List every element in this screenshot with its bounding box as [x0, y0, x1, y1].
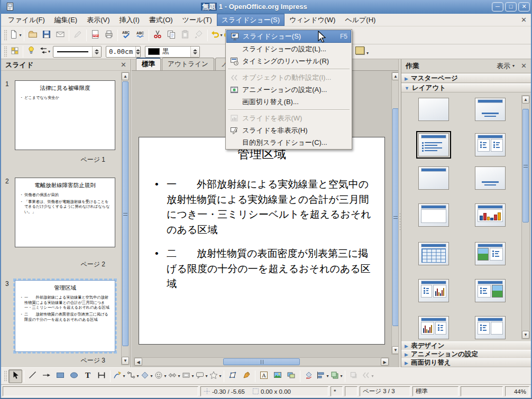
layout-thumbnail-title-slide[interactable] [475, 98, 506, 121]
chevron-down-icon[interactable]: ▾ [205, 374, 207, 378]
arrange-button[interactable]: ▾ [329, 369, 343, 383]
layout-thumbnail-title-text-chart[interactable] [418, 279, 449, 302]
menu-item[interactable]: 表示(V) [82, 14, 114, 26]
slides-scrollbar[interactable]: ▲ ▼ [121, 72, 130, 365]
line-color-select[interactable]: 黒 [145, 46, 200, 58]
paste-button[interactable] [178, 29, 192, 42]
text-frame-button[interactable] [95, 369, 108, 383]
layout-thumbnail-centered-text[interactable] [475, 166, 506, 190]
layout-thumbnail-title-text-object[interactable] [475, 316, 506, 339]
menu-item[interactable]: ヘルプ(H) [340, 14, 380, 26]
menu-item[interactable]: 目的別スライドショー(C)... [226, 136, 351, 149]
chevron-down-icon[interactable]: ▾ [48, 49, 50, 54]
line-style-select[interactable] [53, 46, 102, 58]
print-button[interactable] [102, 29, 116, 42]
line-color-spinner[interactable] [190, 47, 199, 57]
toolbar-grip[interactable] [4, 30, 7, 41]
toolbar-grip[interactable] [4, 46, 7, 58]
slide-thumbnail[interactable]: 管理区域一 外部放射線による実効線量と空気中の放射性物質による実効線量との合計が… [15, 280, 115, 352]
cut-button[interactable] [151, 29, 164, 42]
text-button[interactable]: T [81, 369, 95, 383]
table-grid-button[interactable] [8, 46, 21, 58]
section-slide-transition[interactable]: ▶画面切り替え [401, 358, 531, 367]
fill-color-button[interactable]: ▾ [355, 45, 369, 58]
rectangle-button[interactable] [53, 369, 67, 383]
layout-thumbnail-title-text-clipart[interactable] [475, 279, 506, 302]
edit-points-button[interactable] [226, 369, 240, 383]
menu-item[interactable]: スライドショー(S) [217, 14, 285, 26]
tasks-pane-close-icon[interactable]: ✕ [521, 62, 527, 70]
format-paintbrush-button[interactable] [192, 29, 206, 42]
undo-button[interactable]: ▾ [209, 29, 223, 42]
menu-item[interactable]: アニメーションの設定(A)... [226, 83, 351, 96]
alignment-button[interactable]: ▾ [316, 369, 329, 383]
chevron-down-icon[interactable]: ▾ [178, 374, 180, 378]
callouts-button[interactable]: ▾ [195, 369, 208, 383]
export-pdf-button[interactable]: PDF [88, 29, 102, 42]
view-menu-button[interactable]: 表示 ▾ [497, 61, 515, 71]
toolbar-grip[interactable] [4, 370, 7, 382]
layout-thumbnail-title-chart[interactable] [475, 203, 506, 227]
slide-body-text[interactable]: 一 外部放射線による実効線量と空気中の放射性物質による実効線量との合計が三月間に… [151, 177, 375, 292]
menu-item[interactable]: スライドを表示(W) [226, 112, 351, 124]
menu-item[interactable]: スライドを非表示(H) [226, 124, 351, 136]
layout-thumbnail-title-two-content[interactable] [475, 133, 506, 156]
new-document-button[interactable]: ▾ [8, 29, 22, 42]
section-custom-animation[interactable]: ▶アニメーションの設定 [401, 350, 531, 359]
scroll-down-icon[interactable]: ▼ [122, 357, 129, 365]
email-button[interactable] [53, 29, 67, 42]
line-width-spinner[interactable] [135, 47, 140, 57]
menu-item[interactable]: 挿入(I) [115, 14, 144, 26]
ellipse-button[interactable] [67, 369, 81, 383]
section-table-design[interactable]: ▶表デザイン [401, 341, 531, 350]
glue-points-button[interactable] [240, 369, 253, 383]
basic-shapes-button[interactable]: ▾ [140, 369, 153, 383]
save-button[interactable] [40, 29, 53, 42]
layout-thumbnail-title-content[interactable] [418, 133, 449, 156]
chevron-down-icon[interactable]: ▾ [191, 374, 194, 378]
chevron-down-icon[interactable]: ▾ [19, 33, 21, 38]
document-close-icon[interactable]: ✕ [521, 16, 527, 24]
curve-button[interactable]: ▾ [112, 369, 126, 383]
layout-thumbnail-title-only[interactable] [418, 166, 449, 190]
from-file-button[interactable] [271, 369, 285, 383]
line-style-spinner[interactable] [92, 47, 101, 57]
layout-thumbnail-blank[interactable] [418, 98, 449, 121]
layout-thumbnail-title-table[interactable] [418, 242, 449, 265]
edit-file-button[interactable] [71, 29, 85, 42]
arrow-button[interactable] [40, 369, 53, 383]
chevron-down-icon[interactable]: ▾ [340, 374, 342, 378]
status-zoom[interactable]: 44% [505, 386, 529, 396]
block-arrows-button[interactable]: ▾ [167, 369, 181, 383]
menu-item[interactable]: ファイル(F) [3, 14, 50, 26]
spellcheck-button[interactable]: ABC [120, 29, 133, 42]
layout-thumbnail-title-clipart-text[interactable] [475, 242, 506, 265]
symbol-shapes-button[interactable]: ▾ [153, 369, 167, 383]
slide-canvas[interactable]: 管理区域 一 外部放射線による実効線量と空気中の放射性物質による実効線量との合計… [139, 137, 385, 345]
connector-button[interactable]: ▾ [126, 369, 140, 383]
minimize-button[interactable]: ─ [492, 2, 503, 12]
menu-item[interactable]: スライドショーの設定(L)... [226, 43, 351, 55]
line-button[interactable] [26, 369, 40, 383]
slide-thumbnail[interactable]: 電離放射線障害防止規則労働者の保護が目的「事業者は、労働者が電離放射線を受けるこ… [15, 178, 115, 247]
chevron-down-icon[interactable]: ▾ [326, 374, 328, 378]
menu-item[interactable]: スライドショー(S)F5 [226, 30, 351, 43]
section-layouts[interactable]: ▼レイアウト [401, 83, 531, 92]
line-width-input[interactable]: 0.00cm [106, 46, 141, 58]
menu-item[interactable]: ツール(T) [178, 14, 217, 26]
fontwork-button[interactable]: A [257, 369, 271, 383]
scroll-left-icon[interactable]: ◀ [134, 358, 142, 366]
line-dialog-button[interactable] [25, 46, 38, 58]
menu-item[interactable]: オブジェクトの動作設定(I)... [226, 71, 351, 83]
gallery-button[interactable] [285, 369, 298, 383]
chevron-down-icon[interactable]: ▾ [220, 33, 222, 38]
auto-spellcheck-button[interactable]: ABC [133, 29, 147, 42]
menu-item[interactable]: ウィンドウ(W) [285, 14, 340, 26]
maximize-button[interactable]: □ [505, 2, 517, 12]
section-master-pages[interactable]: ▶マスターページ [401, 74, 531, 83]
chevron-down-icon[interactable]: ▾ [366, 51, 369, 55]
stars-button[interactable]: ▾ [208, 369, 222, 383]
layouts-scrollbar[interactable]: ▲ ▼ [521, 95, 530, 339]
arrow-style-button[interactable]: ▾ [38, 46, 51, 58]
menu-item[interactable]: 画面切り替え(B)... [226, 96, 351, 108]
